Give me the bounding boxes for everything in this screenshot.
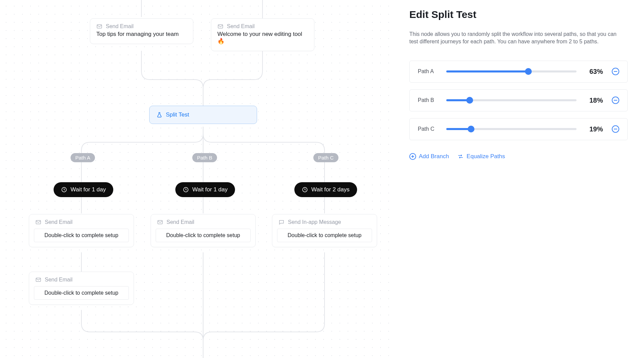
wait-node-b[interactable]: Wait for 1 day	[175, 182, 235, 197]
wait-label: Wait for 1 day	[71, 186, 106, 193]
clock-icon	[302, 187, 308, 193]
path-badge-b: Path B	[192, 153, 217, 162]
message-icon	[278, 219, 285, 225]
wait-label: Wait for 2 days	[311, 186, 350, 193]
path-value: 19%	[585, 125, 603, 133]
node-type-label: Send Email	[45, 219, 73, 225]
placeholder-text[interactable]: Double-click to complete setup	[156, 229, 251, 242]
node-type-label: Send In-app Message	[288, 219, 341, 225]
mail-icon	[157, 219, 163, 225]
path-row-a: Path A 63%	[409, 61, 628, 83]
path-value: 18%	[585, 97, 603, 104]
slider-thumb[interactable]	[466, 97, 473, 104]
email-node-1[interactable]: Send Email Top tips for managing your te…	[90, 18, 193, 44]
wait-node-c[interactable]: Wait for 2 days	[294, 182, 357, 197]
mail-icon	[35, 277, 41, 283]
placeholder-text[interactable]: Double-click to complete setup	[34, 229, 129, 242]
slider-thumb[interactable]	[468, 126, 474, 132]
node-title: Top tips for managing your team	[90, 31, 193, 44]
node-type-label: Send Email	[227, 23, 255, 29]
node-type-label: Send Email	[45, 277, 73, 283]
add-branch-button[interactable]: Add Branch	[409, 153, 449, 160]
email-node-a1[interactable]: Send Email Double-click to complete setu…	[29, 214, 134, 247]
path-badge-c: Path C	[313, 153, 338, 162]
plus-circle-icon	[409, 153, 416, 160]
email-node-a2[interactable]: Send Email Double-click to complete setu…	[29, 272, 134, 305]
equalize-label: Equalize Paths	[467, 153, 505, 160]
path-slider-b[interactable]	[446, 99, 577, 101]
path-slider-a[interactable]	[446, 70, 577, 72]
email-node-2[interactable]: Send Email Welcome to your new editing t…	[211, 18, 314, 51]
split-test-node[interactable]: Split Test	[149, 106, 257, 124]
mail-icon	[217, 23, 223, 29]
path-row-b: Path B 18%	[409, 89, 628, 111]
node-title: Welcome to your new editing tool 🔥	[211, 31, 314, 51]
equalize-paths-button[interactable]: Equalize Paths	[457, 153, 505, 160]
remove-path-button[interactable]	[612, 68, 619, 75]
path-label: Path C	[418, 126, 437, 132]
sidebar-title: Edit Split Test	[409, 9, 628, 20]
flask-icon	[156, 112, 162, 118]
equalize-icon	[457, 153, 464, 160]
edit-sidebar: Edit Split Test This node allows you to …	[393, 0, 644, 358]
placeholder-text[interactable]: Double-click to complete setup	[277, 229, 372, 242]
clock-icon	[183, 187, 189, 193]
remove-path-button[interactable]	[612, 125, 619, 133]
path-slider-c[interactable]	[446, 128, 577, 130]
mail-icon	[96, 23, 102, 29]
slider-thumb[interactable]	[525, 68, 532, 75]
sidebar-description: This node allows you to randomly split t…	[409, 30, 620, 46]
path-label: Path B	[418, 97, 437, 103]
path-badge-a: Path A	[71, 153, 95, 162]
add-branch-label: Add Branch	[419, 153, 449, 160]
wait-label: Wait for 1 day	[192, 186, 228, 193]
path-value: 63%	[585, 68, 603, 76]
email-node-b1[interactable]: Send Email Double-click to complete setu…	[151, 214, 256, 247]
node-type-label: Send Email	[106, 23, 134, 29]
workflow-canvas[interactable]: Send Email Top tips for managing your te…	[0, 0, 393, 358]
clock-icon	[61, 187, 67, 193]
remove-path-button[interactable]	[612, 97, 619, 104]
split-node-label: Split Test	[166, 111, 189, 118]
wait-node-a[interactable]: Wait for 1 day	[54, 182, 113, 197]
node-type-label: Send Email	[167, 219, 194, 225]
path-row-c: Path C 19%	[409, 118, 628, 140]
path-label: Path A	[418, 68, 437, 75]
placeholder-text[interactable]: Double-click to complete setup	[34, 286, 129, 300]
inapp-node-c1[interactable]: Send In-app Message Double-click to comp…	[272, 214, 377, 247]
mail-icon	[35, 219, 41, 225]
